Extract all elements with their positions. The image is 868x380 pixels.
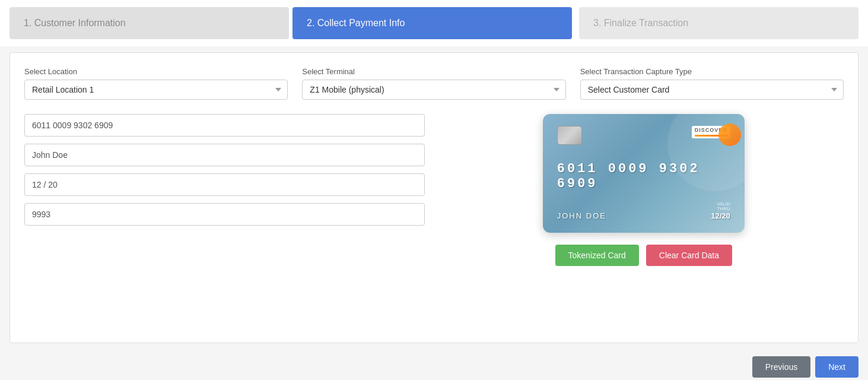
credit-card-preview: DISCOVER 6011 0009 9302 6909 JOHN DOE VA… [543, 114, 745, 233]
clear-card-data-button[interactable]: Clear Card Data [646, 245, 732, 266]
capture-type-label: Select Transaction Capture Type [580, 67, 844, 76]
step-3-label: 3. Finalize Transaction [593, 18, 688, 28]
card-expiry-label: VALID THRU [717, 202, 730, 211]
terminal-label: Select Terminal [302, 67, 565, 76]
capture-type-select[interactable]: Select Customer CardManual Entry [580, 80, 844, 100]
terminal-group: Select Terminal Z1 Mobile (physical)Z2 M… [302, 67, 565, 100]
cardholder-input[interactable] [24, 144, 425, 166]
card-number-display: 6011 0009 9302 6909 [557, 162, 730, 191]
step-1[interactable]: 1. Customer Information [9, 7, 289, 39]
location-select[interactable]: Retail Location 1Retail Location 2 [24, 80, 288, 100]
card-name-display: JOHN DOE [557, 211, 606, 220]
card-section: DISCOVER 6011 0009 9302 6909 JOHN DOE VA… [444, 114, 844, 266]
tokenized-card-button[interactable]: Tokenized Card [555, 245, 639, 266]
form-section [24, 114, 425, 266]
step-1-label: 1. Customer Information [24, 18, 126, 28]
discover-bar [695, 135, 727, 137]
expiry-input[interactable] [24, 173, 425, 196]
card-top: DISCOVER [557, 126, 730, 145]
step-2-label: 2. Collect Payment Info [307, 18, 405, 28]
footer: Previous Next [0, 349, 868, 380]
steps-bar: 1. Customer Information 2. Collect Payme… [0, 0, 868, 46]
select-row: Select Location Retail Location 1Retail … [24, 67, 844, 100]
location-group: Select Location Retail Location 1Retail … [24, 67, 288, 100]
previous-button[interactable]: Previous [752, 356, 810, 378]
card-actions: Tokenized Card Clear Card Data [555, 245, 732, 266]
location-label: Select Location [24, 67, 288, 76]
step-3[interactable]: 3. Finalize Transaction [579, 7, 859, 39]
card-expiry-section: VALID THRU 12/20 [711, 202, 730, 220]
card-bottom: JOHN DOE VALID THRU 12/20 [557, 202, 730, 220]
discover-circle-icon [718, 124, 741, 146]
capture-type-group: Select Transaction Capture Type Select C… [580, 67, 844, 100]
form-card-row: DISCOVER 6011 0009 9302 6909 JOHN DOE VA… [24, 114, 844, 266]
discover-logo: DISCOVER [692, 126, 730, 138]
card-logo-area: DISCOVER [692, 126, 730, 138]
next-button[interactable]: Next [815, 356, 859, 378]
discover-text: DISCOVER [695, 128, 727, 134]
card-chip-icon [557, 126, 582, 145]
card-number-input[interactable] [24, 114, 425, 137]
step-2[interactable]: 2. Collect Payment Info [292, 7, 572, 39]
main-content: Select Location Retail Location 1Retail … [9, 52, 859, 343]
terminal-select[interactable]: Z1 Mobile (physical)Z2 Mobile (physical) [302, 80, 565, 100]
card-expiry-value: 12/20 [711, 211, 730, 220]
cvv-input[interactable] [24, 203, 425, 226]
